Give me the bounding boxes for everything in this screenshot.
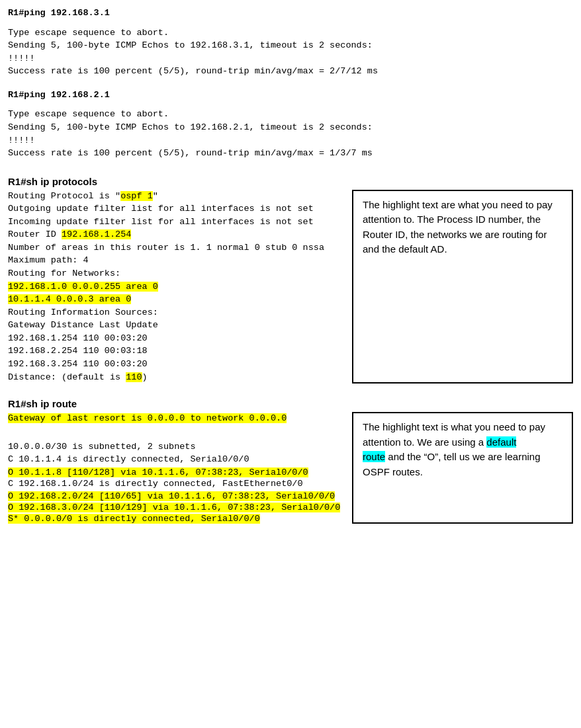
route-line1: 10.0.0.0/30 is subnetted, 2 subnets (8, 440, 345, 454)
static-line-text: S* 0.0.0.0/0 is directly connected, Seri… (8, 514, 260, 524)
net1-highlight: 192.168.1.0 0.0.0.255 area 0 (8, 282, 158, 292)
distance-suffix: ) (142, 372, 148, 382)
ping1-line2: Sending 5, 100-byte ICMP Echos to 192.16… (8, 39, 573, 52)
router-id-prefix: Router ID (8, 229, 62, 239)
ping1-section: R1#ping 192.168.3.1 Type escape sequence… (8, 7, 573, 78)
route-line2: C 10.1.1.4 is directly connected, Serial… (8, 453, 345, 466)
ping2-line2: Sending 5, 100-byte ICMP Echos to 192.16… (8, 121, 573, 134)
route-callout-cyan1: default (486, 436, 516, 448)
max-path-line: Maximum path: 4 (8, 254, 345, 267)
connected-line: C 192.168.1.0/24 is directly connected, … (8, 477, 345, 491)
routing-protocol-prefix: Routing Protocol is " (8, 191, 120, 201)
outgoing-line: Outgoing update filter list for all inte… (8, 202, 345, 216)
ospf-line1-text: O 10.1.1.8 [110/128] via 10.1.1.6, 07:38… (8, 467, 308, 477)
ping1-cmd: R1#ping 192.168.3.1 (8, 7, 573, 20)
gw1-line: 192.168.1.254 110 00:03:20 (8, 332, 345, 345)
net1-line: 192.168.1.0 0.0.0.255 area 0 (8, 280, 345, 294)
routing-for-line: Routing for Networks: (8, 267, 345, 280)
router-id-highlight: 192.168.1.254 (62, 229, 131, 239)
sh-ip-protocols-output: Routing Protocol is "ospf 1" Outgoing up… (8, 190, 345, 384)
route-callout-cyan2: route (363, 451, 385, 462)
ospf-line3: O 192.168.3.0/24 [110/129] via 10.1.1.6,… (8, 501, 345, 512)
ping2-line1: Type escape sequence to abort. (8, 108, 573, 121)
gateway-last-resort-line: Gateway of last resort is 0.0.0.0 to net… (8, 412, 345, 423)
sh-ip-route-heading: R1#sh ip route (8, 398, 573, 409)
ospf-line2-text: O 192.168.2.0/24 [110/65] via 10.1.1.6, … (8, 491, 335, 501)
ping2-line4: Success rate is 100 percent (5/5), round… (8, 147, 573, 160)
ping1-line1: Type escape sequence to abort. (8, 26, 573, 40)
gateway-header-line: Gateway Distance Last Update (8, 319, 345, 332)
ping2-cmd: R1#ping 192.168.2.1 (8, 89, 573, 102)
ping2-section: R1#ping 192.168.2.1 Type escape sequence… (8, 89, 573, 160)
sh-ip-protocols-callout: The highlight text are what you need to … (352, 190, 573, 384)
gateway-last-resort: Gateway of last resort is 0.0.0.0 to net… (8, 413, 287, 423)
net2-line: 10.1.1.4 0.0.0.3 area 0 (8, 293, 345, 306)
route-callout-prefix: The highlight text is what you need to p… (363, 421, 545, 448)
distance-highlight: 110 (126, 372, 142, 382)
sh-ip-protocols-heading: R1#sh ip protocols (8, 176, 573, 187)
ping2-line3: !!!!! (8, 134, 573, 147)
routing-protocol-line: Routing Protocol is "ospf 1" (8, 190, 345, 203)
ospf-line1: O 10.1.1.8 [110/128] via 10.1.1.6, 07:38… (8, 466, 345, 477)
distance-line: Distance: (default is 110) (8, 371, 345, 384)
ospf-line2: O 192.168.2.0/24 [110/65] via 10.1.1.6, … (8, 490, 345, 501)
routing-protocol-suffix: " (153, 191, 158, 201)
routing-info-line: Routing Information Sources: (8, 306, 345, 319)
sh-ip-route-callout: The highlight text is what you need to p… (352, 412, 573, 524)
router-id-line: Router ID 192.168.1.254 (8, 228, 345, 241)
route-blank (8, 427, 345, 440)
incoming-line: Incoming update filter list for all inte… (8, 216, 345, 229)
routing-protocol-highlight: ospf 1 (120, 191, 153, 201)
ping1-line3: !!!!! (8, 52, 573, 65)
num-areas-line: Number of areas in this router is 1. 1 n… (8, 241, 345, 255)
net2-highlight: 10.1.1.4 0.0.0.3 area 0 (8, 294, 131, 304)
sh-ip-route-output: Gateway of last resort is 0.0.0.0 to net… (8, 412, 345, 524)
ospf-line3-text: O 192.168.3.0/24 [110/129] via 10.1.1.6,… (8, 503, 340, 512)
distance-prefix: Distance: (default is (8, 372, 126, 382)
ping1-line4: Success rate is 100 percent (5/5), round… (8, 65, 573, 78)
gw2-line: 192.168.2.254 110 00:03:18 (8, 344, 345, 358)
gw3-line: 192.168.3.254 110 00:03:20 (8, 358, 345, 371)
sh-ip-protocols-section: Routing Protocol is "ospf 1" Outgoing up… (8, 190, 573, 384)
callout-text: The highlight text are what you need to … (363, 199, 553, 255)
static-line: S* 0.0.0.0/0 is directly connected, Seri… (8, 512, 345, 524)
sh-ip-route-section: Gateway of last resort is 0.0.0.0 to net… (8, 412, 573, 524)
